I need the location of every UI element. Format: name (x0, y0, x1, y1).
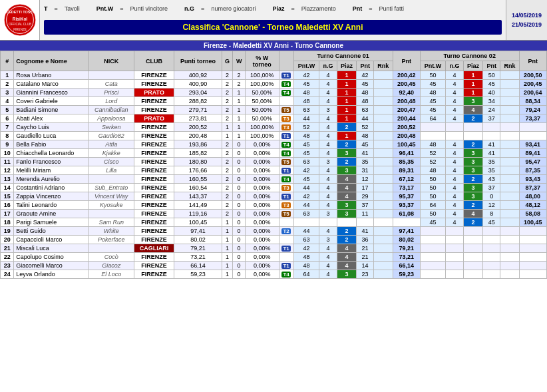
cell-club: PRATO (134, 89, 174, 97)
tc-rnk (373, 132, 393, 140)
th-tnk (279, 51, 293, 71)
t2-total: 89,41 (519, 149, 546, 158)
cell-pos: 24 (1, 270, 14, 279)
tc-piaz: 3 (337, 166, 357, 175)
date-1: 14/05/2019 (512, 12, 542, 19)
cell-club: FIRENZE (134, 262, 174, 270)
tc-ng: 4 (319, 71, 337, 80)
cell-punti: 160,54 (174, 184, 222, 192)
tc-ng (446, 123, 463, 132)
cell-g: 2 (222, 184, 233, 192)
tc-pnt: 45 (357, 140, 374, 149)
cell-w: 1 (233, 114, 245, 123)
cell-g: 1 (222, 253, 233, 262)
tc-ng: 4 (319, 253, 337, 262)
cell-pct: 50,00% (245, 106, 279, 114)
cell-w: 0 (233, 175, 245, 184)
cell-name: Rosa Urbano (14, 71, 89, 80)
tc-ng: 4 (446, 71, 463, 80)
t1-total: 200,48 (393, 97, 420, 106)
t2-total (519, 244, 546, 253)
cell-pct: 0,00% (245, 158, 279, 166)
logo-box: MALEDETTI TOSCANI RisiKol OFFICIAL CLUB … (0, 0, 40, 40)
cell-punti: 73,21 (174, 253, 222, 262)
cell-w: 1 (233, 89, 245, 97)
cell-pos: 6 (1, 114, 14, 123)
cell-punti: 180,80 (174, 158, 222, 166)
cell-g: 2 (222, 201, 233, 210)
cell-nick: Sub_Entrato (89, 184, 134, 192)
cell-nick (89, 71, 134, 80)
cell-pct: 50,00% (245, 89, 279, 97)
tc-pnt: 48 (357, 97, 374, 106)
cell-g: 1 (222, 236, 233, 244)
tc-pntw: 63 (293, 236, 319, 244)
cell-club: FIRENZE (134, 106, 174, 114)
cell-tag (279, 253, 293, 262)
tc-piaz: 2 (463, 175, 483, 184)
cell-pct: 0,00% (245, 262, 279, 270)
cell-w: 0 (233, 218, 245, 227)
tc-pnt: 41 (357, 227, 374, 236)
cell-pos: 16 (1, 201, 14, 210)
cell-w: 0 (233, 201, 245, 210)
svg-text:994: 994 (4, 9, 9, 13)
cell-pct: 100,00% (245, 123, 279, 132)
cell-g: 2 (222, 210, 233, 218)
tc-pntw: 45 (293, 149, 319, 158)
tc-pnt: 23 (357, 270, 374, 279)
tc-rnk (373, 218, 393, 227)
tc-pntw: 45 (420, 97, 446, 106)
tc-rnk (373, 166, 393, 175)
tc-rnk (373, 175, 393, 184)
tc-rnk (373, 89, 393, 97)
cell-g: 1 (222, 262, 233, 270)
cell-tag: T4 (279, 140, 293, 149)
cell-pct: 0,00% (245, 201, 279, 210)
tc-pntw: 42 (293, 166, 319, 175)
legend-key-piaz: Piaz (272, 5, 284, 12)
cell-club: FIRENZE (134, 192, 174, 201)
th-t1pnt: Pnt (393, 51, 420, 71)
cell-g: 2 (222, 97, 233, 106)
tc-pnt: 14 (357, 262, 374, 270)
tc-pnt (483, 253, 500, 262)
cell-nick (89, 175, 134, 184)
tc-ng: 4 (319, 184, 337, 192)
cell-pos: 8 (1, 132, 14, 140)
cell-w: 0 (233, 166, 245, 175)
cell-punti: 273,81 (174, 114, 222, 123)
tc-ng: 3 (319, 158, 337, 166)
t1-total: 59,23 (393, 270, 420, 279)
cell-pos: 15 (1, 192, 14, 201)
table-row: 20 Capaccioli Marco Pokerface FIRENZE 80… (1, 236, 547, 244)
th-w: W (233, 51, 245, 71)
cell-g: 2 (222, 140, 233, 149)
cell-w: 0 (233, 140, 245, 149)
tc-pnt: 12 (357, 175, 374, 184)
tc-piaz: 3 (463, 97, 483, 106)
cell-tag: T2 (279, 227, 293, 236)
cell-tag: T4 (279, 89, 293, 97)
tc-pntw: 48 (420, 140, 446, 149)
tc-ng: 3 (319, 236, 337, 244)
th-t2-pntw: Pnt.W (420, 61, 446, 71)
cell-pos: 23 (1, 262, 14, 270)
cell-tag: T1 (279, 262, 293, 270)
t1-total: 200,45 (393, 80, 420, 89)
cell-g: 2 (222, 114, 233, 123)
cell-tag: T1 (279, 244, 293, 253)
tc-pntw: 48 (293, 89, 319, 97)
tc-piaz: 1 (337, 106, 357, 114)
cell-pct: 0,00% (245, 166, 279, 175)
t1-total: 100,45 (393, 140, 420, 149)
table-row: 16 Talini Leonardo Kyosuke FIRENZE 141,4… (1, 201, 547, 210)
tc-pntw: 50 (420, 192, 446, 201)
cell-nick: Attla (89, 140, 134, 149)
tc-piaz (463, 227, 483, 236)
cell-pos: 18 (1, 218, 14, 227)
t1-total: 89,31 (393, 166, 420, 175)
cell-nick: Gaudio82 (89, 132, 134, 140)
tc-piaz (463, 262, 483, 270)
tc-pnt: 35 (483, 166, 500, 175)
